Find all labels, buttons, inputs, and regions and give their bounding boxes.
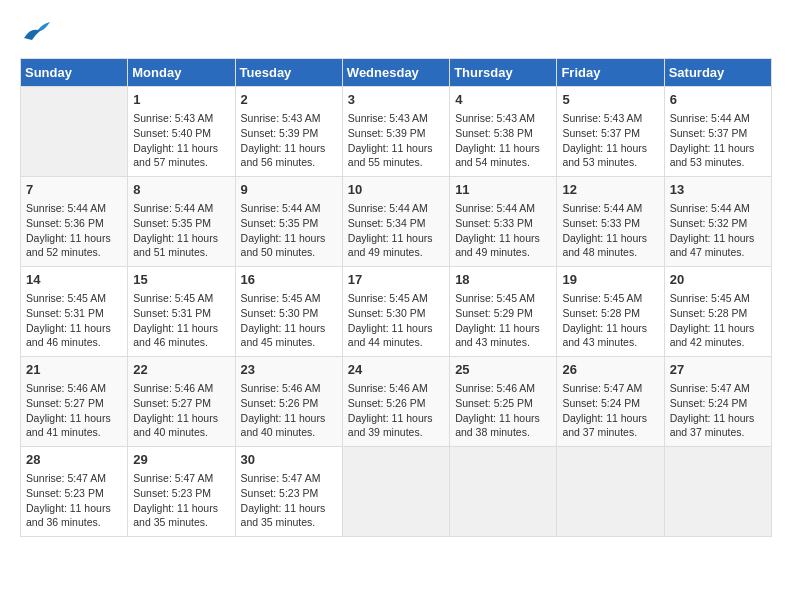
day-info: Sunrise: 5:44 AMSunset: 5:35 PMDaylight:… bbox=[241, 201, 337, 260]
weekday-header-friday: Friday bbox=[557, 59, 664, 87]
day-number: 20 bbox=[670, 271, 766, 289]
calendar-cell bbox=[557, 447, 664, 537]
day-info: Sunrise: 5:44 AMSunset: 5:37 PMDaylight:… bbox=[670, 111, 766, 170]
day-number: 27 bbox=[670, 361, 766, 379]
day-number: 23 bbox=[241, 361, 337, 379]
calendar-week-row: 14Sunrise: 5:45 AMSunset: 5:31 PMDayligh… bbox=[21, 267, 772, 357]
calendar-cell: 23Sunrise: 5:46 AMSunset: 5:26 PMDayligh… bbox=[235, 357, 342, 447]
calendar-cell: 25Sunrise: 5:46 AMSunset: 5:25 PMDayligh… bbox=[450, 357, 557, 447]
calendar-cell: 15Sunrise: 5:45 AMSunset: 5:31 PMDayligh… bbox=[128, 267, 235, 357]
day-info: Sunrise: 5:46 AMSunset: 5:26 PMDaylight:… bbox=[348, 381, 444, 440]
weekday-header-wednesday: Wednesday bbox=[342, 59, 449, 87]
calendar-cell: 11Sunrise: 5:44 AMSunset: 5:33 PMDayligh… bbox=[450, 177, 557, 267]
day-info: Sunrise: 5:46 AMSunset: 5:26 PMDaylight:… bbox=[241, 381, 337, 440]
calendar-cell: 8Sunrise: 5:44 AMSunset: 5:35 PMDaylight… bbox=[128, 177, 235, 267]
calendar-cell: 18Sunrise: 5:45 AMSunset: 5:29 PMDayligh… bbox=[450, 267, 557, 357]
weekday-header-tuesday: Tuesday bbox=[235, 59, 342, 87]
day-number: 30 bbox=[241, 451, 337, 469]
calendar-cell: 13Sunrise: 5:44 AMSunset: 5:32 PMDayligh… bbox=[664, 177, 771, 267]
day-number: 15 bbox=[133, 271, 229, 289]
day-number: 19 bbox=[562, 271, 658, 289]
day-number: 8 bbox=[133, 181, 229, 199]
calendar-cell: 4Sunrise: 5:43 AMSunset: 5:38 PMDaylight… bbox=[450, 87, 557, 177]
day-info: Sunrise: 5:44 AMSunset: 5:33 PMDaylight:… bbox=[455, 201, 551, 260]
day-number: 2 bbox=[241, 91, 337, 109]
day-number: 13 bbox=[670, 181, 766, 199]
weekday-header-sunday: Sunday bbox=[21, 59, 128, 87]
calendar-cell bbox=[664, 447, 771, 537]
calendar-week-row: 1Sunrise: 5:43 AMSunset: 5:40 PMDaylight… bbox=[21, 87, 772, 177]
calendar-cell: 10Sunrise: 5:44 AMSunset: 5:34 PMDayligh… bbox=[342, 177, 449, 267]
calendar-week-row: 28Sunrise: 5:47 AMSunset: 5:23 PMDayligh… bbox=[21, 447, 772, 537]
calendar-cell: 29Sunrise: 5:47 AMSunset: 5:23 PMDayligh… bbox=[128, 447, 235, 537]
calendar-cell: 5Sunrise: 5:43 AMSunset: 5:37 PMDaylight… bbox=[557, 87, 664, 177]
day-number: 21 bbox=[26, 361, 122, 379]
calendar-cell: 2Sunrise: 5:43 AMSunset: 5:39 PMDaylight… bbox=[235, 87, 342, 177]
calendar-cell: 6Sunrise: 5:44 AMSunset: 5:37 PMDaylight… bbox=[664, 87, 771, 177]
calendar-cell: 24Sunrise: 5:46 AMSunset: 5:26 PMDayligh… bbox=[342, 357, 449, 447]
day-info: Sunrise: 5:44 AMSunset: 5:32 PMDaylight:… bbox=[670, 201, 766, 260]
calendar-cell: 17Sunrise: 5:45 AMSunset: 5:30 PMDayligh… bbox=[342, 267, 449, 357]
day-info: Sunrise: 5:47 AMSunset: 5:23 PMDaylight:… bbox=[241, 471, 337, 530]
logo-bird-icon bbox=[22, 20, 50, 42]
day-info: Sunrise: 5:45 AMSunset: 5:30 PMDaylight:… bbox=[241, 291, 337, 350]
calendar-cell: 27Sunrise: 5:47 AMSunset: 5:24 PMDayligh… bbox=[664, 357, 771, 447]
day-info: Sunrise: 5:44 AMSunset: 5:33 PMDaylight:… bbox=[562, 201, 658, 260]
calendar-cell: 7Sunrise: 5:44 AMSunset: 5:36 PMDaylight… bbox=[21, 177, 128, 267]
calendar-cell: 9Sunrise: 5:44 AMSunset: 5:35 PMDaylight… bbox=[235, 177, 342, 267]
day-number: 11 bbox=[455, 181, 551, 199]
calendar-cell bbox=[342, 447, 449, 537]
calendar-week-row: 7Sunrise: 5:44 AMSunset: 5:36 PMDaylight… bbox=[21, 177, 772, 267]
day-number: 14 bbox=[26, 271, 122, 289]
day-info: Sunrise: 5:44 AMSunset: 5:36 PMDaylight:… bbox=[26, 201, 122, 260]
calendar-cell: 19Sunrise: 5:45 AMSunset: 5:28 PMDayligh… bbox=[557, 267, 664, 357]
day-info: Sunrise: 5:45 AMSunset: 5:30 PMDaylight:… bbox=[348, 291, 444, 350]
calendar-cell bbox=[21, 87, 128, 177]
day-number: 26 bbox=[562, 361, 658, 379]
day-info: Sunrise: 5:44 AMSunset: 5:34 PMDaylight:… bbox=[348, 201, 444, 260]
calendar-cell: 26Sunrise: 5:47 AMSunset: 5:24 PMDayligh… bbox=[557, 357, 664, 447]
day-number: 25 bbox=[455, 361, 551, 379]
day-number: 24 bbox=[348, 361, 444, 379]
day-number: 16 bbox=[241, 271, 337, 289]
day-number: 7 bbox=[26, 181, 122, 199]
day-number: 28 bbox=[26, 451, 122, 469]
day-info: Sunrise: 5:47 AMSunset: 5:24 PMDaylight:… bbox=[562, 381, 658, 440]
day-number: 4 bbox=[455, 91, 551, 109]
day-number: 1 bbox=[133, 91, 229, 109]
calendar-cell: 20Sunrise: 5:45 AMSunset: 5:28 PMDayligh… bbox=[664, 267, 771, 357]
day-info: Sunrise: 5:46 AMSunset: 5:27 PMDaylight:… bbox=[26, 381, 122, 440]
calendar-cell: 21Sunrise: 5:46 AMSunset: 5:27 PMDayligh… bbox=[21, 357, 128, 447]
calendar-cell: 28Sunrise: 5:47 AMSunset: 5:23 PMDayligh… bbox=[21, 447, 128, 537]
day-info: Sunrise: 5:47 AMSunset: 5:23 PMDaylight:… bbox=[133, 471, 229, 530]
calendar-table: SundayMondayTuesdayWednesdayThursdayFrid… bbox=[20, 58, 772, 537]
day-info: Sunrise: 5:45 AMSunset: 5:29 PMDaylight:… bbox=[455, 291, 551, 350]
day-info: Sunrise: 5:43 AMSunset: 5:37 PMDaylight:… bbox=[562, 111, 658, 170]
weekday-header-monday: Monday bbox=[128, 59, 235, 87]
day-number: 18 bbox=[455, 271, 551, 289]
day-info: Sunrise: 5:45 AMSunset: 5:31 PMDaylight:… bbox=[133, 291, 229, 350]
day-info: Sunrise: 5:43 AMSunset: 5:40 PMDaylight:… bbox=[133, 111, 229, 170]
day-number: 22 bbox=[133, 361, 229, 379]
day-number: 29 bbox=[133, 451, 229, 469]
day-number: 9 bbox=[241, 181, 337, 199]
day-info: Sunrise: 5:46 AMSunset: 5:25 PMDaylight:… bbox=[455, 381, 551, 440]
calendar-cell: 3Sunrise: 5:43 AMSunset: 5:39 PMDaylight… bbox=[342, 87, 449, 177]
logo bbox=[20, 20, 50, 42]
day-number: 6 bbox=[670, 91, 766, 109]
day-info: Sunrise: 5:47 AMSunset: 5:24 PMDaylight:… bbox=[670, 381, 766, 440]
day-number: 17 bbox=[348, 271, 444, 289]
day-info: Sunrise: 5:44 AMSunset: 5:35 PMDaylight:… bbox=[133, 201, 229, 260]
day-number: 10 bbox=[348, 181, 444, 199]
day-number: 3 bbox=[348, 91, 444, 109]
calendar-cell: 22Sunrise: 5:46 AMSunset: 5:27 PMDayligh… bbox=[128, 357, 235, 447]
calendar-cell bbox=[450, 447, 557, 537]
calendar-cell: 14Sunrise: 5:45 AMSunset: 5:31 PMDayligh… bbox=[21, 267, 128, 357]
day-info: Sunrise: 5:45 AMSunset: 5:28 PMDaylight:… bbox=[670, 291, 766, 350]
day-info: Sunrise: 5:43 AMSunset: 5:39 PMDaylight:… bbox=[241, 111, 337, 170]
day-number: 5 bbox=[562, 91, 658, 109]
calendar-week-row: 21Sunrise: 5:46 AMSunset: 5:27 PMDayligh… bbox=[21, 357, 772, 447]
day-info: Sunrise: 5:47 AMSunset: 5:23 PMDaylight:… bbox=[26, 471, 122, 530]
calendar-header-row: SundayMondayTuesdayWednesdayThursdayFrid… bbox=[21, 59, 772, 87]
weekday-header-saturday: Saturday bbox=[664, 59, 771, 87]
